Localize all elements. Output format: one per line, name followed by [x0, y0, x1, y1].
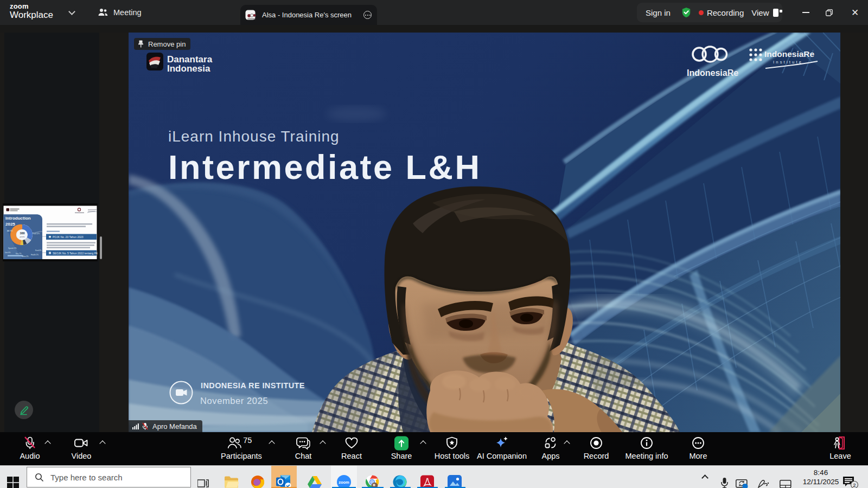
svg-text:Syariah 3%: Syariah 3%	[8, 247, 17, 249]
svg-text:Kes 7%: Kes 7%	[16, 253, 22, 255]
svg-text:premi: premi	[20, 236, 24, 238]
svg-text:zoom: zoom	[339, 480, 349, 485]
svg-text:Intermediate L&H: Intermediate L&H	[168, 148, 482, 186]
svg-text:SEOJK No. 5 Tahun 2022 tentang: SEOJK No. 5 Tahun 2022 tentang PAYDI	[53, 252, 98, 255]
svg-text:2: 2	[853, 482, 856, 488]
svg-text:Unit 6%: Unit 6%	[5, 252, 11, 254]
svg-text:IndonesiaRe: IndonesiaRe	[687, 68, 738, 78]
svg-text:Introduction: Introduction	[5, 216, 31, 221]
svg-text:388: 388	[20, 232, 24, 235]
svg-text:75: 75	[243, 436, 252, 445]
svg-text:Health 2%: Health 2%	[31, 254, 39, 256]
svg-text:November 2025: November 2025	[200, 396, 268, 406]
svg-text:Indonesia: Indonesia	[167, 63, 210, 74]
svg-text:Kred 4%: Kred 4%	[35, 249, 42, 252]
svg-text:INDONESIA RE INSTITUTE: INDONESIA RE INSTITUTE	[201, 381, 305, 390]
svg-text:AA 76%: AA 76%	[7, 230, 13, 232]
svg-text:IndonesiaRe: IndonesiaRe	[764, 49, 815, 59]
svg-text:POJK No. 20 Tahun 2023: POJK No. 20 Tahun 2023	[53, 235, 84, 239]
svg-text:2025: 2025	[5, 222, 15, 227]
svg-text:iLearn Inhouse Training: iLearn Inhouse Training	[168, 128, 340, 145]
